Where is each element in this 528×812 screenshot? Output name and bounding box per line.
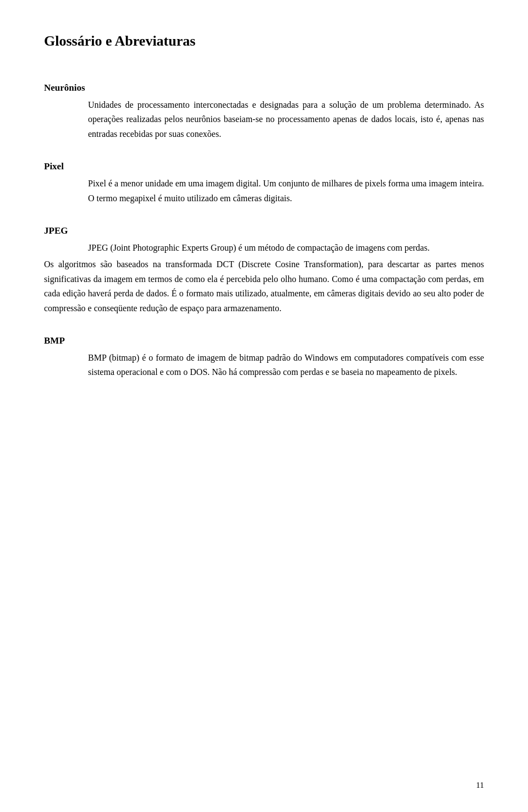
section-pixel: Pixel Pixel é a menor unidade em uma ima… xyxy=(44,161,484,206)
page-number: 11 xyxy=(476,781,484,790)
term-bmp: BMP xyxy=(44,335,484,346)
page: Glossário e Abreviaturas Neurônios Unida… xyxy=(0,0,528,812)
pixel-desc: Pixel é a menor unidade em uma imagem di… xyxy=(44,176,484,206)
neuronios-desc-indented: Unidades de processamento interconectada… xyxy=(44,98,484,141)
jpeg-desc-full: Os algoritmos são baseados na transforma… xyxy=(44,257,484,316)
jpeg-desc-indented: JPEG (Joint Photographic Experts Group) … xyxy=(44,241,484,255)
term-neuronios: Neurônios xyxy=(44,82,484,93)
term-jpeg: JPEG xyxy=(44,225,484,236)
term-pixel: Pixel xyxy=(44,161,484,172)
section-bmp: BMP BMP (bitmap) é o formato de imagem d… xyxy=(44,335,484,380)
page-title: Glossário e Abreviaturas xyxy=(44,33,484,49)
section-neuronios: Neurônios Unidades de processamento inte… xyxy=(44,82,484,141)
bmp-desc-indented: BMP (bitmap) é o formato de imagem de bi… xyxy=(44,351,484,380)
section-jpeg: JPEG JPEG (Joint Photographic Experts Gr… xyxy=(44,225,484,316)
